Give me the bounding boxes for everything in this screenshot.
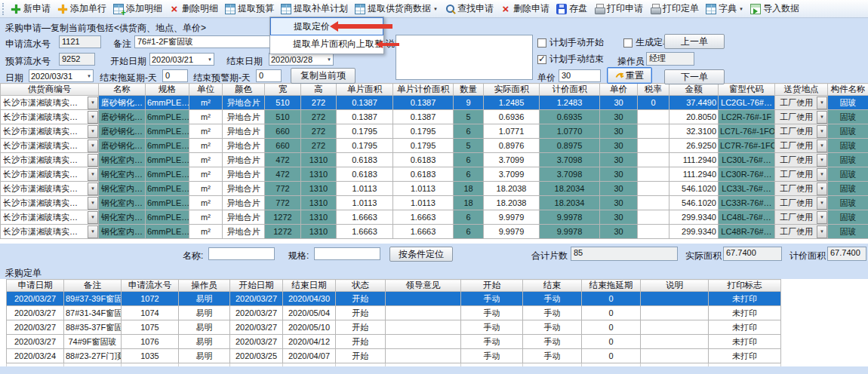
toolbar-delete-detail[interactable]: ×删除明细	[166, 1, 222, 17]
description-field[interactable]	[396, 35, 533, 80]
cell-piece_price_area[interactable]: 0.1795	[393, 124, 454, 139]
toolbar-add-row[interactable]: 添加单行	[54, 1, 110, 17]
col-header-unit[interactable]: 单位	[189, 84, 223, 96]
cell-spec[interactable]: 6mmPLE…	[146, 153, 189, 167]
cell-unit_price[interactable]: 30	[600, 96, 638, 110]
cell-width[interactable]: 1272	[265, 225, 301, 239]
cell-name[interactable]: 钢化室内…	[99, 153, 146, 167]
toolbar-print-request[interactable]: 打印申请	[591, 1, 647, 17]
cell-flow_no[interactable]: 1072	[122, 292, 179, 306]
cell-status[interactable]: 开始	[336, 320, 386, 335]
chevron-down-icon[interactable]: ▼	[817, 154, 827, 167]
cell-actual_area[interactable]: 18.2038	[484, 182, 540, 196]
reset-button[interactable]: 重置	[607, 67, 652, 84]
cell-qty[interactable]: 6	[454, 153, 484, 167]
cell-amount[interactable]: 32.3100	[669, 124, 719, 139]
cell-status[interactable]: 开始	[336, 306, 386, 320]
cell-delivery[interactable]: 工厂使用▼	[775, 182, 828, 196]
table-row[interactable]: 2020/03/2774#9F窗固玻1076易明2020/03/272020/0…	[7, 335, 781, 349]
cell-price_area[interactable]: 3.7098	[540, 153, 600, 167]
cell-end_date[interactable]: 2020/04/12	[283, 335, 336, 349]
cell-flow_no[interactable]: 1076	[122, 335, 179, 349]
cell-supplier_no[interactable]: 长沙市潇湘玻璃实…▼	[1, 139, 99, 153]
col-header-tax_rate[interactable]: 税率	[638, 84, 669, 96]
table-row[interactable]: 2020/03/2789#37-39F窗固玻1072易明2020/03/2720…	[7, 292, 781, 306]
cell-price_area[interactable]: 1.0770	[540, 124, 600, 139]
cell-piece_price_area[interactable]: 1.6663	[393, 210, 454, 225]
cell-unit_price[interactable]: 30	[600, 139, 638, 153]
cell-qty[interactable]: 6	[454, 167, 484, 182]
chevron-down-icon[interactable]: ▼	[88, 125, 98, 138]
cell-window_code[interactable]: LC2GL-76#…	[719, 96, 775, 110]
cell-name[interactable]: 钢化室内…	[99, 167, 146, 182]
cell-req_date[interactable]: 2020/03/27	[7, 292, 64, 306]
toolbar-dictionary[interactable]: 字典▼	[703, 1, 747, 17]
cell-print_flag[interactable]: 未打印	[709, 306, 781, 320]
cell-qty[interactable]: 5	[454, 139, 484, 153]
cell-actual_area[interactable]: 9.9979	[484, 210, 540, 225]
cell-price_area[interactable]: 9.9978	[540, 225, 600, 239]
cell-operator[interactable]: 易明	[179, 349, 230, 363]
cell-piece_area[interactable]: 1.6663	[337, 225, 393, 239]
cell-req_date[interactable]: 2020/03/24	[7, 349, 64, 363]
chevron-down-icon[interactable]: ▼	[817, 111, 827, 124]
cell-end_delay[interactable]: 0	[582, 335, 641, 349]
cell-start_date[interactable]: 2020/03/27	[230, 306, 283, 320]
col-header-print_flag[interactable]: 打印标志	[709, 280, 781, 292]
cell-end_delay[interactable]: 0	[582, 292, 641, 306]
cell-leader_opinion[interactable]	[386, 335, 461, 349]
cell-piece_area[interactable]: 1.0113	[337, 196, 393, 210]
toolbar-print-order[interactable]: 打印定单	[647, 1, 703, 17]
cell-start_date[interactable]: 2020/03/27	[230, 320, 283, 335]
cell-actual_area[interactable]: 1.0771	[484, 124, 540, 139]
chevron-down-icon[interactable]: ▼	[817, 168, 827, 181]
cell-part_name[interactable]: 固玻	[828, 182, 868, 196]
cell-name[interactable]: 钢化室内…	[99, 225, 146, 239]
toolbar-extract-budget[interactable]: 提取预算	[222, 1, 278, 17]
cell-remark[interactable]: 88#35-37F窗固玻	[64, 320, 122, 335]
operator-field[interactable]: 经理	[646, 52, 694, 66]
col-header-req_date[interactable]: 申请日期	[7, 280, 64, 292]
cell-flow_no[interactable]: 1035	[122, 349, 179, 363]
cell-spec[interactable]: 6mmPLE…	[146, 196, 189, 210]
cell-qty[interactable]: 18	[454, 196, 484, 210]
col-header-piece_area[interactable]: 单片面积	[337, 84, 393, 96]
toolbar-extract-supplement-plan[interactable]: 提取补单计划	[278, 1, 352, 17]
cell-part_name[interactable]: 固玻	[828, 210, 868, 225]
cell-price_area[interactable]: 0.8975	[540, 139, 600, 153]
unit-price-field[interactable]: 30	[559, 69, 601, 82]
cell-tax_rate[interactable]	[638, 167, 669, 182]
cell-note[interactable]	[641, 349, 709, 363]
cell-supplier_no[interactable]: 长沙市潇湘玻璃实…▼	[1, 153, 99, 167]
chevron-down-icon[interactable]: ▼	[88, 168, 98, 181]
cell-name[interactable]: 磨砂钢化…	[99, 124, 146, 139]
cell-price_area[interactable]: 0.6935	[540, 110, 600, 124]
chevron-down-icon[interactable]: ▼	[817, 139, 827, 152]
cell-spec[interactable]: 6mmPLE…	[146, 96, 189, 110]
col-header-piece_price_area[interactable]: 单片计价面积	[393, 84, 454, 96]
chevron-down-icon[interactable]: ▼	[88, 97, 98, 109]
table-row[interactable]: 长沙市潇湘玻璃实…▼钢化室内…6mmPLE…m²异地合片47213100.618…	[1, 167, 868, 182]
cell-spec[interactable]: 6mmPLE…	[146, 110, 189, 124]
cell-part_name[interactable]: 固玻	[828, 196, 868, 210]
cell-amount[interactable]: 546.1020	[669, 196, 719, 210]
cell-start_date[interactable]: 2020/03/27	[230, 335, 283, 349]
table-row[interactable]: 长沙市潇湘玻璃实…▼钢化室内…6mmPLE…m²异地合片77213101.011…	[1, 182, 868, 196]
col-header-actual_area[interactable]: 实际面积	[484, 84, 540, 96]
cell-spec[interactable]: 6mmPLE…	[146, 210, 189, 225]
cell-piece_price_area[interactable]: 1.6663	[393, 225, 454, 239]
chevron-down-icon[interactable]: ▼	[88, 139, 98, 152]
table-row[interactable]: 长沙市潇湘玻璃实…▼钢化室内…6mmPLE…m²异地合片127213101.66…	[1, 210, 868, 225]
cell-width[interactable]: 1272	[265, 210, 301, 225]
cell-print_flag[interactable]: 未打印	[709, 320, 781, 335]
cell-unit[interactable]: m²	[189, 110, 223, 124]
cell-delivery[interactable]: 工厂使用▼	[775, 153, 828, 167]
chevron-down-icon[interactable]: ▼	[817, 211, 827, 224]
col-header-supplier_no[interactable]: 供货商编号	[1, 84, 99, 96]
cell-unit[interactable]: m²	[189, 225, 223, 239]
col-header-width[interactable]: 宽	[265, 84, 301, 96]
cell-piece_area[interactable]: 1.0113	[337, 182, 393, 196]
cell-spec[interactable]: 6mmPLE…	[146, 225, 189, 239]
menu-item-round-up-piece-area[interactable]: 提取单片面积向上取整	[270, 35, 383, 54]
cell-piece_area[interactable]: 0.1387	[337, 110, 393, 124]
